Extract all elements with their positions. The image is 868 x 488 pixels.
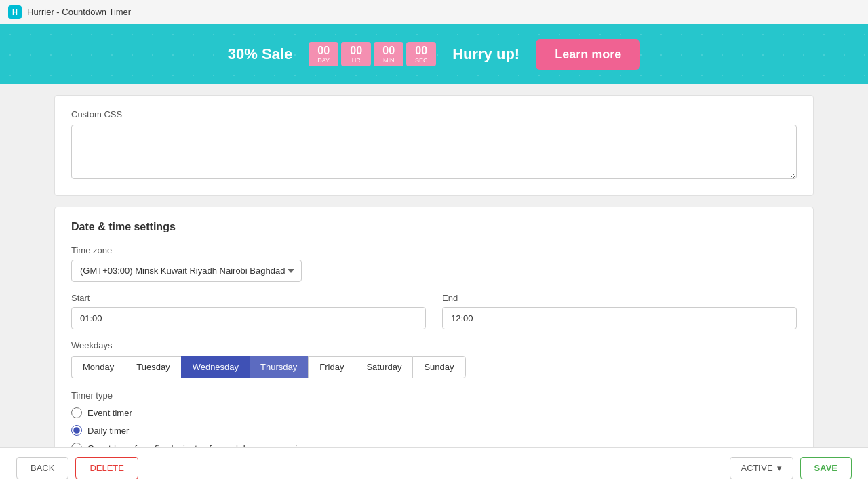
- end-group: End: [442, 293, 797, 329]
- timer-day-label: DAY: [314, 57, 333, 64]
- timezone-select[interactable]: (GMT+03:00) Minsk Kuwait Riyadh Nairobi …: [71, 260, 302, 282]
- timer-hr: 00 HR: [341, 42, 371, 66]
- weekdays-label: Weekdays: [71, 340, 797, 350]
- date-time-title: Date & time settings: [71, 221, 797, 233]
- timer-day: 00 DAY: [309, 42, 338, 66]
- delete-button[interactable]: DELETE: [75, 457, 138, 479]
- banner-learn-more-button[interactable]: Learn more: [536, 39, 640, 70]
- timer-type-daily[interactable]: Daily timer: [71, 425, 797, 436]
- app-icon: H: [8, 5, 22, 19]
- weekday-thursday[interactable]: Thursday: [250, 356, 308, 378]
- banner-hurry-text: Hurry up!: [452, 45, 519, 63]
- timer-hr-label: HR: [347, 57, 366, 64]
- footer-right: ACTIVE ▾ SAVE: [730, 457, 852, 479]
- back-button[interactable]: BACK: [16, 457, 68, 479]
- browser-bar: H Hurrier - Countdown Timer: [0, 0, 868, 24]
- timer-sec: 00 SEC: [406, 42, 436, 66]
- timer-min: 00 MIN: [374, 42, 403, 66]
- weekday-wednesday[interactable]: Wednesday: [181, 356, 250, 378]
- end-label: End: [442, 293, 797, 303]
- timezone-label: Time zone: [71, 245, 797, 256]
- browser-title: Hurrier - Countdown Timer: [27, 7, 131, 17]
- start-label: Start: [71, 293, 426, 303]
- weekday-friday[interactable]: Friday: [308, 356, 355, 378]
- timezone-group: Time zone (GMT+03:00) Minsk Kuwait Riyad…: [71, 245, 797, 282]
- timer-type-daily-label: Daily timer: [87, 426, 129, 436]
- weekday-tuesday[interactable]: Tuesday: [125, 356, 180, 378]
- timer-hr-value: 00: [347, 45, 366, 57]
- active-label: ACTIVE: [741, 463, 773, 473]
- weekday-saturday[interactable]: Saturday: [355, 356, 412, 378]
- timer-type-event[interactable]: Event timer: [71, 407, 797, 418]
- timer-sec-label: SEC: [412, 57, 431, 64]
- active-chevron-icon: ▾: [777, 463, 782, 473]
- end-input[interactable]: [442, 307, 797, 329]
- timer-day-value: 00: [314, 45, 333, 57]
- timer-sec-value: 00: [412, 45, 431, 57]
- footer: BACK DELETE ACTIVE ▾ SAVE: [0, 447, 868, 488]
- timer-min-value: 00: [379, 45, 398, 57]
- banner-sale-text: 30% Sale: [228, 45, 292, 63]
- weekdays-row: Monday Tuesday Wednesday Thursday Friday…: [71, 356, 797, 378]
- start-end-row: Start End: [71, 293, 797, 329]
- timer-type-event-label: Event timer: [87, 408, 132, 418]
- weekday-sunday[interactable]: Sunday: [412, 356, 465, 378]
- timer-blocks: 00 DAY 00 HR 00 MIN 00 SEC: [309, 42, 436, 66]
- custom-css-input[interactable]: [71, 125, 797, 179]
- timer-type-countdown[interactable]: Countdown from fixed minutes for each br…: [71, 443, 797, 447]
- custom-css-card: Custom CSS: [54, 95, 814, 196]
- timer-type-countdown-radio[interactable]: [71, 443, 82, 447]
- main-content: Custom CSS Date & time settings Time zon…: [0, 84, 868, 447]
- custom-css-label: Custom CSS: [71, 109, 797, 119]
- countdown-banner: 30% Sale 00 DAY 00 HR 00 MIN 00 SEC Hurr…: [0, 24, 868, 84]
- weekday-monday[interactable]: Monday: [71, 356, 125, 378]
- timer-type-label: Timer type: [71, 390, 797, 401]
- timer-type-group: Event timer Daily timer Countdown from f…: [71, 407, 797, 447]
- timer-type-daily-radio[interactable]: [71, 425, 82, 436]
- date-time-card: Date & time settings Time zone (GMT+03:0…: [54, 207, 814, 447]
- active-button[interactable]: ACTIVE ▾: [730, 457, 793, 479]
- timer-min-label: MIN: [379, 57, 398, 64]
- timer-type-event-radio[interactable]: [71, 407, 82, 418]
- save-button[interactable]: SAVE: [800, 457, 852, 479]
- footer-left: BACK DELETE: [16, 457, 138, 479]
- start-input[interactable]: [71, 307, 426, 329]
- start-group: Start: [71, 293, 426, 329]
